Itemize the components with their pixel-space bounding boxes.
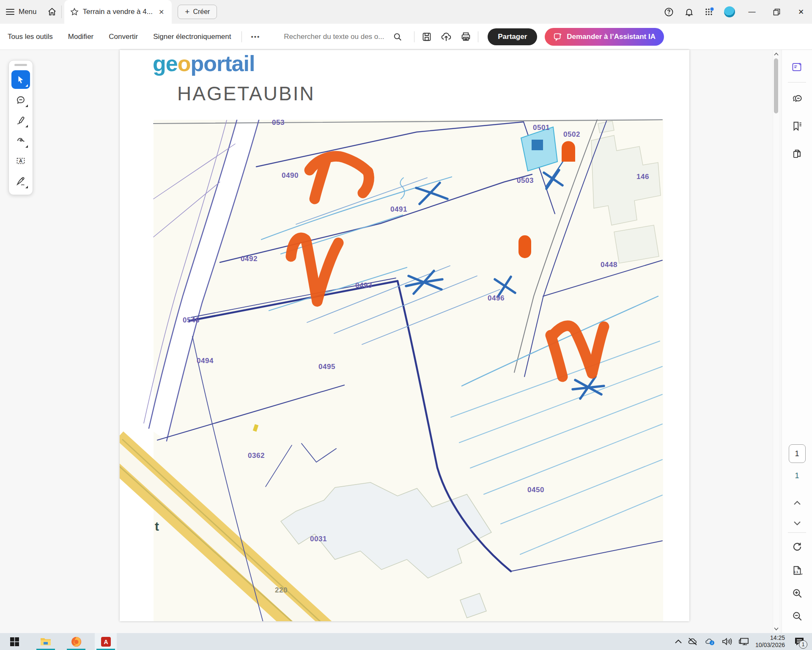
parcel-label-0492: 0492: [241, 255, 258, 263]
menu-button[interactable]: Menu: [0, 0, 43, 24]
parcel-label-0546: 0546: [183, 316, 200, 325]
zoom-out-icon: [792, 611, 803, 622]
windows-taskbar: A i 14:25 10/03/2026 1: [0, 633, 812, 650]
close-button[interactable]: ✕: [790, 0, 812, 24]
parcel-label-0493: 0493: [355, 281, 372, 290]
firefox-icon: [71, 636, 82, 647]
scroll-down-icon[interactable]: [774, 627, 779, 631]
bookmarks-panel-button[interactable]: [788, 117, 807, 135]
notification-center-button[interactable]: 1: [791, 633, 808, 650]
toolbar-drag-handle[interactable]: [14, 64, 27, 66]
comments-panel-button[interactable]: [788, 89, 807, 107]
parcel-label-0502: 0502: [563, 130, 580, 139]
parcel-label-0503: 0503: [517, 176, 534, 185]
bell-icon: [684, 7, 694, 17]
add-text-tool[interactable]: A: [11, 151, 30, 170]
notifications-button[interactable]: [680, 3, 698, 21]
app-grid-icon: [704, 7, 714, 17]
cut-text: t: [155, 519, 159, 534]
previous-page-button[interactable]: [788, 493, 807, 512]
apps-button[interactable]: [700, 3, 718, 21]
esign-menu-item[interactable]: Signer électroniquement: [145, 24, 239, 50]
highlight-tool[interactable]: [11, 111, 30, 129]
fill-sign-tool[interactable]: [11, 172, 30, 190]
account-button[interactable]: [721, 3, 738, 21]
highlighter-icon: [16, 115, 26, 125]
comment-bubble-icon: [16, 95, 26, 105]
toolbar-divider: [478, 31, 478, 42]
ai-summary-icon: [791, 61, 803, 73]
cloud-upload-icon: [441, 31, 452, 42]
clock-date: 10/03/2026: [755, 642, 785, 649]
ai-chat-icon: [553, 32, 562, 41]
actual-size-icon: 1:1: [792, 565, 803, 576]
tab-title: Terrain a vendre à 4...: [83, 8, 153, 16]
edit-menu-item[interactable]: Modifier: [60, 24, 101, 50]
cursor-icon: [16, 75, 25, 84]
parcel-label-146: 146: [636, 173, 649, 181]
draw-tool[interactable]: [11, 131, 30, 150]
firefox-button[interactable]: [65, 633, 87, 650]
page-fit-button[interactable]: 1:1: [788, 561, 807, 580]
clock[interactable]: 14:25 10/03/2026: [755, 634, 785, 649]
file-explorer-button[interactable]: [35, 633, 57, 650]
avatar: [724, 6, 735, 17]
upload-button[interactable]: [436, 27, 456, 47]
tools-menu-item[interactable]: Tous les outils: [0, 24, 60, 50]
ai-assistant-button[interactable]: Demander à l’Assistant IA: [545, 28, 664, 46]
share-button[interactable]: Partager: [488, 28, 537, 45]
document-tab[interactable]: Terrain a vendre à 4... ✕: [64, 0, 172, 24]
select-tool[interactable]: [11, 70, 30, 89]
network-icon[interactable]: [738, 637, 749, 646]
annotation-toolbar: A: [8, 60, 33, 195]
help-icon: [664, 7, 674, 17]
start-button[interactable]: [3, 633, 25, 650]
printer-icon: [461, 31, 471, 42]
page-thumbnails-panel-button[interactable]: [788, 145, 807, 163]
vertical-scrollbar[interactable]: [773, 50, 779, 633]
create-button[interactable]: + Créer: [178, 5, 217, 19]
svg-text:A: A: [104, 638, 108, 645]
tab-close-icon[interactable]: ✕: [157, 7, 166, 17]
parcel-label-0490: 0490: [282, 171, 299, 180]
search-icon[interactable]: [393, 32, 402, 41]
comments-icon: [792, 93, 803, 104]
orange-arch: [562, 141, 575, 162]
parcel-label-0362: 0362: [248, 452, 265, 460]
star-icon: [70, 8, 79, 16]
parcel-label-0448: 0448: [601, 261, 617, 269]
bookmark-icon: [792, 121, 803, 132]
parcel-label-0495: 0495: [318, 363, 335, 371]
home-button[interactable]: [43, 0, 61, 24]
create-label: Créer: [193, 8, 210, 16]
scroll-up-icon[interactable]: [774, 52, 779, 56]
volume-icon[interactable]: [721, 637, 732, 646]
svg-text:A: A: [19, 158, 22, 163]
search-input[interactable]: [284, 33, 389, 41]
zoom-out-button[interactable]: [788, 607, 807, 625]
save-button[interactable]: [417, 27, 436, 47]
notification-badge: 1: [799, 640, 807, 649]
cloud-info-icon[interactable]: i: [705, 637, 716, 646]
pages-icon: [792, 149, 803, 160]
print-button[interactable]: [456, 27, 475, 47]
file-explorer-icon: [40, 637, 51, 646]
help-button[interactable]: [660, 3, 678, 21]
restore-button[interactable]: [765, 0, 787, 24]
pdf-page: geoportail HAGETAUBIN: [120, 50, 689, 621]
overflow-button[interactable]: •••: [244, 33, 267, 40]
tray-expand-icon[interactable]: [675, 639, 682, 644]
convert-menu-item[interactable]: Convertir: [101, 24, 145, 50]
comment-tool[interactable]: [11, 91, 30, 109]
zoom-in-button[interactable]: [788, 584, 807, 603]
scrollbar-thumb[interactable]: [774, 58, 778, 113]
minimize-button[interactable]: —: [741, 0, 763, 24]
ai-summary-panel-button[interactable]: [788, 58, 807, 76]
rotate-page-button[interactable]: [788, 537, 807, 556]
right-panel-rail: 1 1:1: [782, 50, 812, 633]
acrobat-button[interactable]: A: [95, 633, 117, 650]
page-number-input[interactable]: [789, 444, 806, 463]
onedrive-paused-icon[interactable]: [688, 637, 699, 646]
plus-icon: +: [185, 7, 189, 17]
next-page-button[interactable]: [788, 514, 807, 532]
